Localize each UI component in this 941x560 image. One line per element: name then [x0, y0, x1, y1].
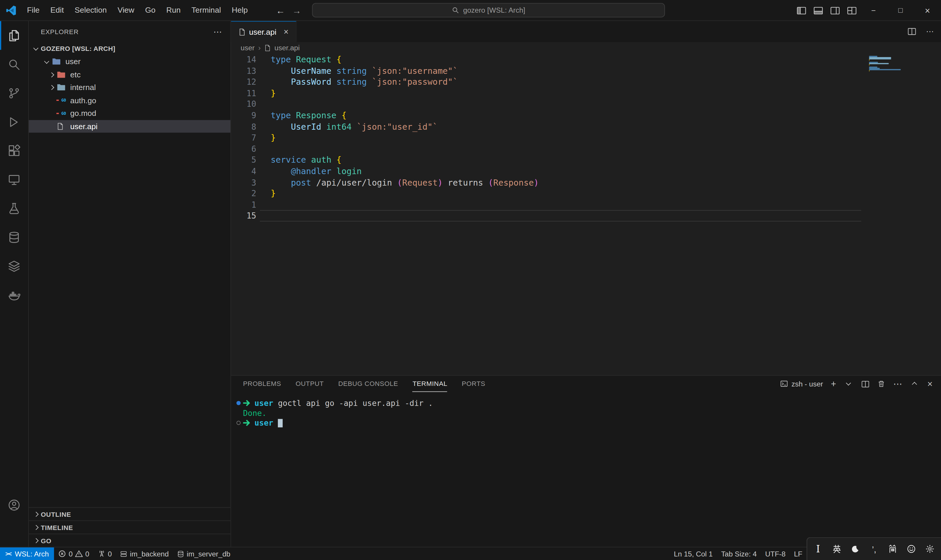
tree-item-user-api[interactable]: user.api	[29, 120, 231, 133]
ime-settings-gear-icon[interactable]	[922, 540, 938, 558]
ime-punctuation[interactable]: ’,	[866, 540, 882, 558]
panel-tab-problems[interactable]: PROBLEMS	[243, 376, 281, 392]
line-number: 4	[231, 166, 260, 177]
split-terminal-icon[interactable]	[861, 380, 870, 388]
ime-toolbar[interactable]: I ’,	[807, 537, 941, 560]
new-terminal-icon[interactable]: +	[831, 379, 836, 389]
remote-indicator[interactable]: >< WSL: Arch	[0, 547, 54, 560]
ime-fullwidth-moon-icon[interactable]	[847, 540, 863, 558]
code-line[interactable]: 15	[231, 210, 941, 222]
panel-tab-output[interactable]: OUTPUT	[295, 376, 324, 392]
code-line[interactable]: 11}	[231, 88, 941, 99]
menu-view[interactable]: View	[112, 0, 140, 20]
menu-run[interactable]: Run	[161, 0, 186, 20]
section-timeline[interactable]: TIMELINE	[29, 520, 231, 534]
activity-testing[interactable]	[0, 194, 28, 223]
code-line[interactable]: 9type Response {	[231, 110, 941, 121]
code-line[interactable]: 4 @handler login	[231, 166, 941, 177]
split-editor-icon[interactable]	[907, 27, 916, 36]
menu-help[interactable]: Help	[226, 0, 253, 20]
terminal-instance[interactable]: zsh - user	[780, 380, 823, 388]
code-line[interactable]: 7}	[231, 132, 941, 143]
code-line[interactable]: 10	[231, 98, 941, 110]
code-line[interactable]: 8 UserId int64 `json:"user_id"`	[231, 121, 941, 132]
indentation[interactable]: Tab Size: 4	[717, 547, 761, 560]
panel-tab-debug-console[interactable]: DEBUG CONSOLE	[338, 376, 398, 392]
toggle-panel-icon[interactable]	[810, 0, 826, 21]
db-connection-backend[interactable]: im_backend	[116, 547, 173, 560]
tree-root[interactable]: GOZERO [WSL: ARCH]	[29, 42, 231, 55]
close-button[interactable]: ×	[914, 0, 941, 21]
code-editor[interactable]: 14type Request {13 UserName string `json…	[231, 54, 941, 375]
code-line[interactable]: 12 PassWord string `json:"password"`	[231, 77, 941, 88]
account-icon	[8, 498, 21, 511]
tab-user-api[interactable]: user.api ×	[231, 21, 297, 42]
ports-status[interactable]: 0	[94, 547, 116, 560]
menu-go[interactable]: Go	[140, 0, 161, 20]
encoding[interactable]: UTF-8	[761, 547, 790, 560]
code-line[interactable]: 2}	[231, 188, 941, 199]
terminal-content[interactable]: user goctl api go -api user.api -dir .Do…	[231, 392, 941, 547]
activity-explorer[interactable]	[0, 21, 28, 50]
command-center[interactable]: gozero [WSL: Arch]	[312, 3, 665, 17]
ime-emoji-icon[interactable]	[904, 540, 919, 558]
menu-selection[interactable]: Selection	[69, 0, 112, 20]
section-outline[interactable]: OUTLINE	[29, 507, 231, 520]
command-decoration[interactable]	[234, 401, 243, 405]
testing-icon	[8, 202, 21, 215]
kill-terminal-icon[interactable]	[878, 380, 886, 388]
eol[interactable]: LF	[790, 547, 807, 560]
explorer-more-icon[interactable]: ⋯	[214, 27, 222, 37]
tree-item-etc[interactable]: etc	[29, 68, 231, 81]
toggle-primary-sidebar-icon[interactable]	[793, 0, 810, 21]
tree-item-user[interactable]: user	[29, 55, 231, 68]
menu-file[interactable]: File	[22, 0, 45, 20]
code-line[interactable]: 6	[231, 143, 941, 154]
maximize-panel-icon[interactable]	[910, 379, 919, 389]
code-line[interactable]: 14type Request {	[231, 54, 941, 65]
tree-item-go-mod[interactable]: GOgo.mod	[29, 107, 231, 120]
activity-remote-explorer[interactable]	[0, 165, 28, 194]
activity-database[interactable]	[0, 223, 28, 251]
forward-arrow-icon[interactable]: →	[292, 5, 301, 15]
toggle-secondary-sidebar-icon[interactable]	[826, 0, 843, 21]
code-line[interactable]: 13 UserName string `json:"username"`	[231, 65, 941, 77]
tree-item-internal[interactable]: internal	[29, 81, 231, 94]
menu-terminal[interactable]: Terminal	[186, 0, 226, 20]
maximize-button[interactable]: □	[887, 0, 914, 21]
panel-tab-terminal[interactable]: TERMINAL	[412, 376, 447, 392]
line-number: 5	[231, 154, 260, 166]
tree-item-auth-go[interactable]: GOauth.go	[29, 94, 231, 107]
minimize-button[interactable]: −	[860, 0, 887, 21]
terminal-dropdown-icon[interactable]	[844, 379, 854, 389]
activity-layers[interactable]	[0, 251, 28, 280]
code-line[interactable]: 5service auth {	[231, 154, 941, 166]
command-decoration[interactable]	[234, 421, 243, 425]
panel-more-icon[interactable]: ⋯	[893, 379, 902, 389]
line-number: 13	[231, 65, 260, 77]
close-panel-icon[interactable]: ×	[927, 379, 933, 389]
code-line[interactable]: 1	[231, 199, 941, 210]
problems-status[interactable]: 0 0	[54, 547, 93, 560]
tab-close-icon[interactable]: ×	[283, 27, 289, 37]
cursor-position[interactable]: Ln 15, Col 1	[670, 547, 717, 560]
breadcrumb-folder[interactable]: user	[241, 44, 255, 52]
code-line[interactable]: 3 post /api/user/login (Request) returns…	[231, 177, 941, 188]
activity-account[interactable]	[0, 490, 28, 519]
breadcrumb-file[interactable]: user.api	[274, 44, 300, 52]
ime-charset-icon[interactable]	[885, 540, 900, 558]
panel-tab-ports[interactable]: PORTS	[462, 376, 485, 392]
activity-run-debug[interactable]	[0, 107, 28, 136]
activity-source-control[interactable]	[0, 78, 28, 107]
editor-more-icon[interactable]: ⋯	[926, 27, 934, 36]
back-arrow-icon[interactable]: ←	[276, 5, 285, 15]
activity-docker[interactable]	[0, 280, 28, 309]
section-go[interactable]: GO	[29, 534, 231, 547]
minimap[interactable]	[869, 56, 929, 74]
customize-layout-icon[interactable]	[843, 0, 860, 21]
menu-edit[interactable]: Edit	[45, 0, 69, 20]
activity-search[interactable]	[0, 50, 28, 78]
ime-language-mode-icon[interactable]	[829, 540, 844, 558]
db-connection-serverdb[interactable]: im_server_db	[173, 547, 235, 560]
activity-extensions[interactable]	[0, 136, 28, 165]
